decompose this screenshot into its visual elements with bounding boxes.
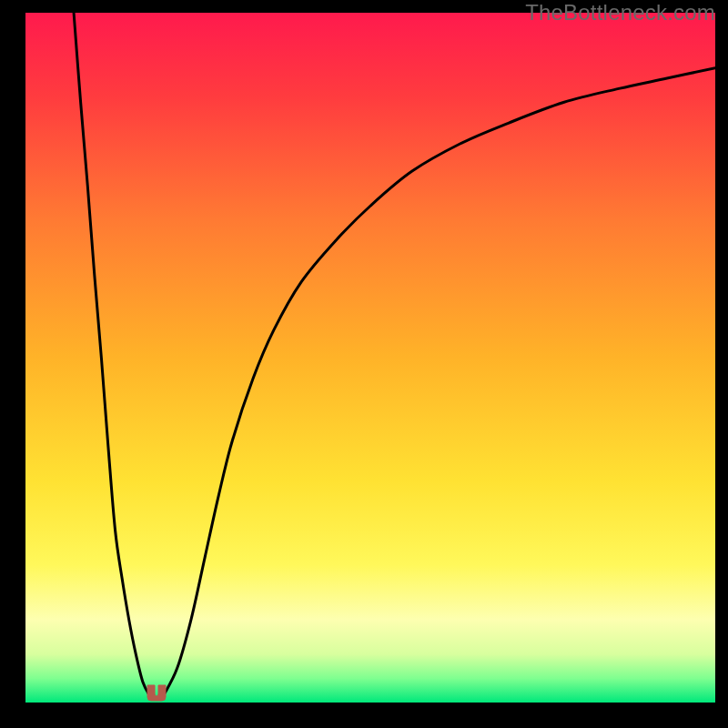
bottleneck-chart: [25, 13, 715, 703]
watermark-text: TheBottleneck.com: [525, 0, 715, 25]
chart-frame: TheBottleneck.com: [0, 0, 728, 728]
gradient-background: [25, 13, 715, 703]
